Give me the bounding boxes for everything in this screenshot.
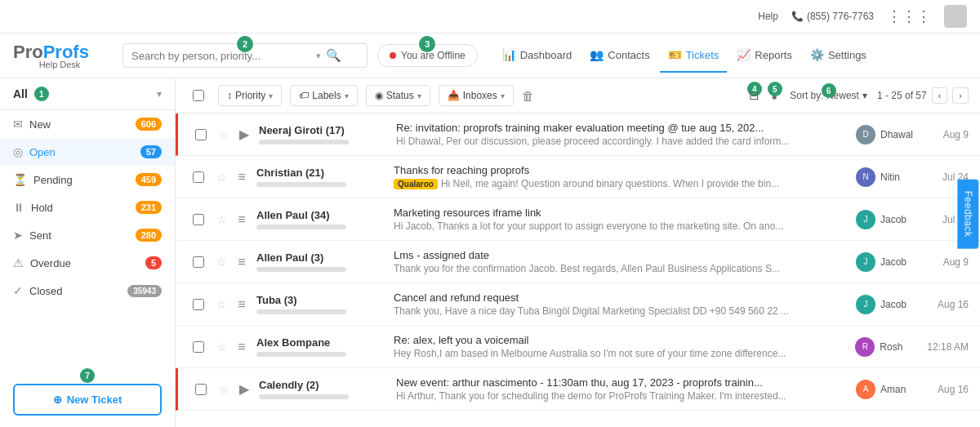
ticket-type-icon: ≡ — [234, 297, 250, 312]
assignee-avatar: J — [856, 252, 875, 272]
sidebar-item-overdue[interactable]: ⚠ Overdue 5 — [0, 249, 175, 277]
nav-settings[interactable]: ⚙️ Settings — [802, 38, 875, 73]
label-icon: 🏷 — [299, 90, 309, 101]
star-icon[interactable]: ☆ — [219, 383, 229, 396]
help-link[interactable]: Help — [758, 11, 778, 22]
next-page-button[interactable]: › — [952, 87, 969, 104]
prev-page-button[interactable]: ‹ — [932, 87, 948, 104]
ticket-preview: Hi Jacob, Thanks a lot for your support … — [394, 220, 849, 232]
sidebar-item-sent[interactable]: ➤ Sent 280 — [0, 221, 175, 249]
star-icon[interactable]: ☆ — [216, 171, 227, 184]
grid-icon[interactable]: ⋮⋮⋮ — [887, 7, 931, 25]
sidebar-all-label: All — [13, 87, 28, 100]
assignee-name: Aman — [880, 384, 906, 395]
star-icon[interactable]: ☆ — [216, 298, 227, 311]
status-icon: ◉ — [375, 90, 383, 101]
ticket-subject: New event: arthur nascimento - 11:30am t… — [396, 376, 849, 389]
row-checkbox[interactable] — [195, 129, 207, 140]
nav-dashboard-label: Dashboard — [520, 49, 572, 61]
sender-bar — [259, 140, 349, 145]
nav-tickets[interactable]: 🎫 Tickets — [660, 38, 728, 73]
ticket-type-icon: ≡ — [234, 255, 250, 269]
sidebar-item-hold[interactable]: ⏸ Hold 231 — [0, 193, 175, 221]
ticket-subject: Thanks for reaching proprofs — [394, 164, 849, 176]
sidebar-item-open[interactable]: ◎ Open 57 — [0, 138, 175, 166]
ticket-preview: QualarooHi Neil, me again! Question arou… — [394, 178, 849, 189]
table-row[interactable]: ☆ ▶ Calendly (2) New event: arthur nasci… — [176, 368, 980, 411]
assignee-name: Nitin — [880, 171, 900, 183]
tickets-icon: 🎫 — [668, 48, 682, 61]
row-checkbox-col — [187, 214, 210, 225]
sidebar-all-arrow[interactable]: ▾ — [157, 89, 162, 100]
table-row[interactable]: ☆ ≡ Christian (21) Thanks for reaching p… — [176, 156, 980, 198]
nav-contacts[interactable]: 👥 Contacts — [581, 38, 657, 73]
hold-icon: ⏸ — [13, 201, 24, 214]
sender-name: Allen Paul (34) — [256, 209, 387, 221]
overdue-badge: 5 — [145, 256, 162, 269]
table-row[interactable]: ☆ ≡ Tuba (3) Cancel and refund request T… — [176, 283, 980, 326]
assignee-avatar: J — [856, 295, 875, 314]
star-icon[interactable]: ☆ — [216, 213, 227, 226]
sender-bar — [256, 182, 346, 187]
tickets-list: ☆ ▶ Neeraj Giroti (17) Re: invitation: p… — [176, 113, 980, 427]
table-row[interactable]: ☆ ≡ Allen Paul (34) Marketing resources … — [176, 198, 980, 241]
row-checkbox[interactable] — [193, 171, 204, 183]
sender-info: Calendly (2) — [259, 379, 390, 399]
search-icon[interactable]: 🔍 — [326, 48, 341, 63]
inboxes-filter[interactable]: 📥 Inboxes ▾ — [439, 85, 514, 106]
row-checkbox[interactable] — [193, 256, 204, 268]
sender-bar — [256, 267, 346, 272]
sender-name: Tuba (3) — [256, 294, 387, 306]
new-ticket-label: New Ticket — [67, 394, 122, 406]
search-bar[interactable]: 2 ▾ 🔍 — [122, 43, 368, 68]
row-checkbox[interactable] — [193, 214, 204, 225]
nav-reports[interactable]: 📈 Reports — [728, 38, 800, 73]
table-row[interactable]: ☆ ≡ Allen Paul (3) Lms - assigned date T… — [176, 241, 980, 283]
priority-filter[interactable]: ↕ Priority ▾ — [218, 85, 282, 106]
table-row[interactable]: ☆ ▶ Neeraj Giroti (17) Re: invitation: p… — [176, 113, 980, 156]
sender-info: Allen Paul (3) — [256, 251, 387, 272]
star-icon[interactable]: ☆ — [219, 128, 229, 141]
search-dropdown-icon[interactable]: ▾ — [316, 51, 321, 61]
top-bar: Help 📞 (855) 776-7763 ⋮⋮⋮ — [0, 0, 980, 33]
ticket-assignee: A Aman — [856, 380, 921, 399]
ticket-date: Aug 16 — [928, 299, 969, 310]
sidebar-all[interactable]: All 1 ▾ — [0, 78, 175, 110]
feedback-button[interactable]: Feedback — [958, 179, 979, 248]
row-checkbox[interactable] — [195, 384, 207, 395]
row-checkbox[interactable] — [193, 341, 204, 353]
ticket-assignee: J Jacob — [856, 252, 921, 272]
trash-icon[interactable]: 🗑 — [522, 89, 534, 103]
ticket-date: Aug 16 — [928, 384, 969, 395]
star-icon[interactable]: ☆ — [216, 340, 227, 354]
table-row[interactable]: ☆ ≡ Alex Bompane Re: alex, left you a vo… — [176, 326, 980, 368]
dashboard-icon: 📊 — [502, 48, 516, 61]
sender-info: Allen Paul (34) — [256, 209, 387, 229]
sent-icon: ➤ — [13, 229, 23, 242]
avatar[interactable] — [944, 5, 967, 28]
sidebar-items: ✉ New 606 ◎ Open 57 ⏳ Pending 459 — [0, 110, 175, 372]
main-nav: 📊 Dashboard 👥 Contacts 🎫 Tickets 📈 Repor… — [494, 38, 875, 73]
status-filter[interactable]: ◉ Status ▾ — [366, 85, 430, 106]
ticket-type-icon: ▶ — [236, 381, 252, 397]
star-icon[interactable]: ☆ — [216, 256, 227, 269]
search-input[interactable] — [131, 50, 311, 62]
sidebar-item-new[interactable]: ✉ New 606 — [0, 110, 175, 138]
ticket-date: 12:18 AM — [927, 341, 969, 353]
select-all-checkbox[interactable] — [193, 90, 204, 101]
new-ticket-button[interactable]: ⊕ New Ticket — [13, 384, 162, 416]
sidebar-item-pending[interactable]: ⏳ Pending 459 — [0, 166, 175, 193]
overdue-icon: ⚠ — [13, 256, 24, 269]
online-status-step-badge: 3 — [419, 36, 435, 52]
advanced-filter-icon[interactable]: ⊟ — [749, 88, 760, 102]
labels-filter[interactable]: 🏷 Labels ▾ — [290, 85, 357, 106]
row-checkbox[interactable] — [193, 299, 204, 310]
sort-icon: ↕ — [227, 90, 232, 101]
ticket-subject: Re: alex, left you a voicemail — [394, 334, 849, 346]
pagination: 1 - 25 of 57 ‹ › — [877, 87, 969, 104]
status-label: You are Offline — [401, 50, 466, 61]
labels-chevron: ▾ — [345, 91, 349, 100]
sidebar-item-closed[interactable]: ✓ Closed 35943 — [0, 277, 175, 305]
nav-dashboard[interactable]: 📊 Dashboard — [494, 38, 581, 73]
ticket-content: Marketing resources iframe link Hi Jacob… — [394, 207, 849, 232]
